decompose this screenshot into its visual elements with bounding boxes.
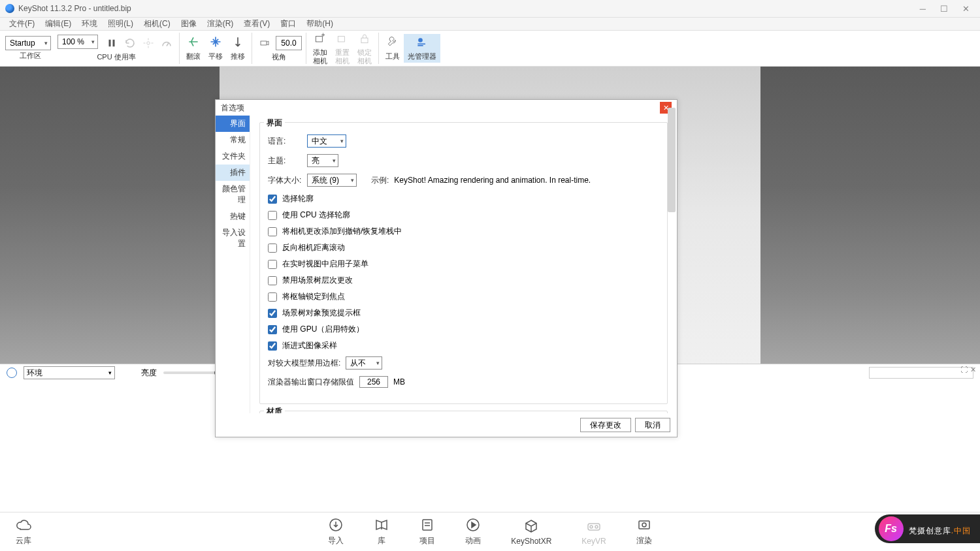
- settings-icon[interactable]: [140, 35, 157, 52]
- checkbox-label-3: 反向相机距离滚动: [282, 242, 345, 253]
- sidebar-item-interface[interactable]: 界面: [216, 116, 250, 132]
- titlebar: KeyShot 11.3.2 Pro - untitled.bip ─ ☐ ✕: [0, 0, 980, 18]
- checkbox-label-9: 渐进式图像采样: [282, 340, 337, 351]
- lock-camera-button[interactable]: 锁定 相机: [353, 31, 376, 65]
- close-button[interactable]: ✕: [962, 4, 970, 14]
- sidebar-item-plugins[interactable]: 插件: [216, 165, 250, 181]
- add-camera-button[interactable]: +添加 相机: [309, 31, 331, 65]
- dialog-sidebar: 界面 常规 文件夹 插件 颜色管理 热键 导入设置: [216, 116, 250, 413]
- sidebar-item-folders[interactable]: 文件夹: [216, 148, 250, 165]
- refresh-icon[interactable]: [122, 35, 139, 52]
- svg-rect-0: [109, 40, 111, 47]
- checkbox-label-8: 使用 GPU（启用特效）: [282, 324, 364, 335]
- fov-label: 视角: [272, 52, 286, 62]
- menu-edit[interactable]: 编辑(E): [40, 17, 76, 31]
- theme-dropdown[interactable]: 亮: [307, 154, 338, 167]
- sidebar-item-hotkey[interactable]: 热键: [216, 208, 250, 225]
- sidebar-item-general[interactable]: 常规: [216, 132, 250, 148]
- app-icon: [5, 4, 14, 13]
- panel-max-icon[interactable]: ⛶: [960, 366, 968, 374]
- svg-point-19: [595, 526, 598, 528]
- checkbox-label-2: 将相机更改添加到撤销/恢复堆栈中: [282, 226, 402, 237]
- panel-close-icon[interactable]: ✕: [970, 366, 976, 374]
- workspace-label: 工作区: [20, 51, 41, 61]
- menu-view[interactable]: 查看(V): [238, 17, 275, 31]
- workspace-dropdown[interactable]: Startup: [5, 36, 51, 50]
- checkbox-9[interactable]: [268, 341, 277, 351]
- sidebar-item-color[interactable]: 颜色管理: [216, 181, 250, 208]
- fov-icon[interactable]: [256, 35, 273, 52]
- zoom-dropdown[interactable]: 100 %: [57, 35, 98, 49]
- check-row-5: 禁用场景树层次更改: [268, 275, 659, 286]
- footer-import[interactable]: 导入: [328, 517, 344, 546]
- light-manager-button[interactable]: 光管理器: [404, 34, 440, 63]
- brightness-label: 亮度: [141, 368, 157, 379]
- dialog-scrollbar[interactable]: [668, 116, 676, 212]
- checkbox-0[interactable]: [268, 195, 277, 204]
- reset-camera-button[interactable]: 重置 相机: [331, 31, 353, 65]
- font-dropdown[interactable]: 系统 (9): [307, 174, 357, 187]
- tools-button[interactable]: 工具: [382, 34, 404, 63]
- svg-line-3: [167, 43, 169, 46]
- check-row-7: 场景树对象预览提示框: [268, 307, 659, 319]
- dialog-content: 界面 语言: 中文 主题: 亮 字体大小: 系统 (9) 示例: KeyShot…: [250, 116, 677, 413]
- sidebar-item-import[interactable]: 导入设置: [216, 225, 250, 252]
- language-dropdown[interactable]: 中文: [307, 134, 346, 148]
- pause-icon[interactable]: [103, 35, 120, 52]
- font-label: 字体大小:: [268, 175, 302, 186]
- checkbox-label-5: 禁用场景树层次更改: [282, 275, 353, 286]
- renderer-limit-input[interactable]: [359, 376, 388, 388]
- cancel-button[interactable]: 取消: [635, 418, 670, 432]
- svg-rect-1: [113, 40, 115, 47]
- checkbox-2[interactable]: [268, 227, 277, 236]
- menu-help[interactable]: 帮助(H): [301, 17, 338, 31]
- menu-window[interactable]: 窗口: [275, 17, 301, 31]
- brightness-slider[interactable]: [163, 371, 222, 374]
- check-row-3: 反向相机距离滚动: [268, 242, 659, 253]
- save-button[interactable]: 保存更改: [580, 418, 631, 432]
- pan-button[interactable]: 平移: [204, 34, 227, 63]
- minimize-button[interactable]: ─: [920, 4, 926, 14]
- footer: 云库 导入 库 项目 动画 KeyShotXR KeyVR 渲染: [0, 512, 980, 551]
- dialog-footer: 保存更改 取消: [216, 413, 677, 437]
- checkbox-7[interactable]: [268, 309, 277, 318]
- footer-animation[interactable]: 动画: [465, 517, 481, 546]
- check-row-1: 使用 CPU 选择轮廓: [268, 210, 659, 221]
- menu-file[interactable]: 文件(F): [4, 17, 40, 31]
- menu-render[interactable]: 渲染(R): [202, 17, 239, 31]
- menu-env[interactable]: 环境: [76, 17, 103, 31]
- menu-camera[interactable]: 相机(C): [139, 17, 176, 31]
- menu-image[interactable]: 图像: [176, 17, 202, 31]
- svg-point-18: [590, 526, 593, 528]
- footer-keyvr[interactable]: KeyVR: [581, 518, 606, 546]
- checkbox-6[interactable]: [268, 292, 277, 302]
- window-title: KeyShot 11.3.2 Pro - untitled.bip: [18, 4, 131, 13]
- footer-cloud[interactable]: 云库: [16, 517, 31, 546]
- footer-render[interactable]: 渲染: [636, 517, 652, 546]
- footer-keyshotxr[interactable]: KeyShotXR: [511, 518, 551, 546]
- dolly-button[interactable]: 推移: [227, 34, 249, 63]
- checkbox-8[interactable]: [268, 325, 277, 334]
- language-label: 语言:: [268, 136, 302, 147]
- checkbox-1[interactable]: [268, 211, 277, 220]
- checkbox-4[interactable]: [268, 260, 277, 269]
- checkbox-label-1: 使用 CPU 选择轮廓: [282, 210, 350, 221]
- value-field[interactable]: [869, 367, 973, 379]
- dialog-titlebar[interactable]: 首选项 ✕: [216, 100, 677, 116]
- fov-input[interactable]: [276, 36, 302, 50]
- checkbox-5[interactable]: [268, 276, 277, 285]
- maximize-button[interactable]: ☐: [940, 4, 948, 14]
- menu-light[interactable]: 照明(L): [103, 17, 139, 31]
- footer-project[interactable]: 项目: [419, 517, 435, 546]
- checkbox-label-0: 选择轮廓: [282, 193, 314, 204]
- environment-select[interactable]: 环境: [24, 366, 115, 379]
- svg-rect-8: [361, 39, 368, 43]
- bbox-dropdown[interactable]: 从不: [346, 356, 382, 370]
- toolbar: Startup 工作区 100 % CPU 使用率 翻滚 平移 推移 视角 +添…: [0, 31, 980, 67]
- tumble-button[interactable]: 翻滚: [182, 34, 204, 63]
- check-row-8: 使用 GPU（启用特效）: [268, 324, 659, 335]
- checkbox-3[interactable]: [268, 244, 277, 253]
- svg-point-9: [418, 38, 423, 42]
- gauge-icon[interactable]: [158, 35, 175, 52]
- footer-library[interactable]: 库: [374, 517, 389, 546]
